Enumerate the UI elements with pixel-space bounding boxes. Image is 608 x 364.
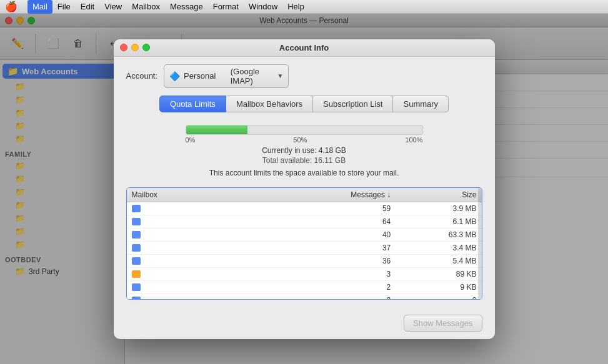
quota-current-in-use: Currently in use: 4.18 GB	[126, 146, 482, 155]
cell-messages: 2	[282, 280, 396, 293]
modal-overlay: Account Info Account: 🔷 Personal (Google…	[0, 14, 608, 364]
col-mailbox: Mailbox	[127, 188, 283, 202]
quota-account-note: This account limits the space available …	[126, 169, 482, 177]
mailbox-table: Mailbox Messages ↓ Size 593.9 MB646.1 MB…	[127, 188, 482, 300]
folder-icon	[132, 205, 141, 212]
show-messages-button[interactable]: Show Messages	[404, 315, 482, 332]
table-row[interactable]: 646.1 MB	[127, 215, 482, 228]
tab-summary[interactable]: Summary	[393, 96, 449, 112]
modal-body: 0% 50% 100% Currently in use: 4.18 GB To…	[114, 120, 495, 310]
folder-icon	[132, 231, 141, 238]
cell-size: 63.3 MB	[396, 228, 481, 241]
table-row[interactable]: 389 KB	[127, 267, 482, 280]
cell-mailbox	[127, 267, 283, 280]
quota-label-50: 50%	[293, 136, 307, 144]
folder-icon	[132, 297, 141, 300]
modal-minimize-button[interactable]	[131, 44, 139, 51]
tab-mailbox-behaviors[interactable]: Mailbox Behaviors	[226, 96, 313, 112]
cell-size: 3.9 MB	[396, 202, 481, 215]
cell-size: 3.4 MB	[396, 241, 481, 254]
folder-icon	[132, 270, 141, 277]
menu-message[interactable]: Message	[165, 0, 208, 14]
tab-quota-limits[interactable]: Quota Limits	[159, 96, 226, 112]
quota-label-100: 100%	[405, 136, 422, 144]
quota-bar-fill	[186, 125, 247, 134]
account-select-chevron: ▼	[277, 72, 283, 79]
cell-mailbox	[127, 254, 283, 267]
cell-size: 6.1 MB	[396, 215, 481, 228]
table-row[interactable]: 29 KB	[127, 280, 482, 293]
quota-progress-container: 0% 50% 100% Currently in use: 4.18 GB To…	[126, 120, 482, 187]
cell-mailbox	[127, 228, 283, 241]
quota-label-0: 0%	[186, 136, 196, 144]
modal-traffic-lights	[120, 44, 150, 51]
cell-size: 5.4 MB	[396, 254, 481, 267]
menu-view[interactable]: View	[99, 0, 127, 14]
table-row[interactable]: 4063.3 MB	[127, 228, 482, 241]
table-row[interactable]: 373.4 MB	[127, 241, 482, 254]
folder-icon	[132, 257, 141, 264]
cell-mailbox	[127, 215, 283, 228]
cell-size: 89 KB	[396, 267, 481, 280]
cell-mailbox	[127, 241, 283, 254]
menu-edit[interactable]: Edit	[76, 0, 99, 14]
table-scrollbar[interactable]	[478, 188, 482, 299]
account-type: (Google IMAP)	[231, 67, 274, 86]
table-row[interactable]: 593.9 MB	[127, 202, 482, 215]
folder-icon	[132, 283, 141, 290]
cell-messages: 64	[282, 215, 396, 228]
modal-title: Account Info	[279, 43, 329, 52]
modal-tabs: Quota Limits Mailbox Behaviors Subscript…	[114, 96, 495, 120]
cell-messages: 59	[282, 202, 396, 215]
menu-mail[interactable]: Mail	[27, 0, 52, 14]
menu-format[interactable]: Format	[208, 0, 244, 14]
menu-file[interactable]: File	[52, 0, 76, 14]
mailbox-table-wrapper: Mailbox Messages ↓ Size 593.9 MB646.1 MB…	[126, 187, 482, 300]
table-header-row: Mailbox Messages ↓ Size	[127, 188, 482, 202]
menu-mailbox[interactable]: Mailbox	[127, 0, 165, 14]
table-row[interactable]: 365.4 MB	[127, 254, 482, 267]
main-window: Web Accounts — Personal ✏️ ⬜ 🗑 ↩ ↩↩ → ⚑ …	[0, 14, 608, 364]
table-row[interactable]: 00	[127, 293, 482, 300]
cell-mailbox	[127, 280, 283, 293]
folder-icon	[132, 244, 141, 251]
folder-icon	[132, 218, 141, 225]
cell-messages: 0	[282, 293, 396, 300]
apple-menu[interactable]: 🍎	[5, 1, 17, 12]
cell-messages: 37	[282, 241, 396, 254]
quota-bar-labels: 0% 50% 100%	[186, 136, 423, 144]
account-imap-icon: 🔷	[169, 71, 180, 81]
account-name: Personal	[184, 71, 227, 81]
menu-bar: 🍎 Mail File Edit View Mailbox Message Fo…	[0, 0, 608, 14]
cell-mailbox	[127, 202, 283, 215]
col-messages: Messages ↓	[282, 188, 396, 202]
modal-title-bar: Account Info	[114, 39, 495, 57]
tab-subscription-list[interactable]: Subscription List	[313, 96, 393, 112]
account-selector[interactable]: 🔷 Personal (Google IMAP) ▼	[164, 64, 289, 88]
cell-messages: 36	[282, 254, 396, 267]
quota-total-available: Total available: 16.11 GB	[126, 156, 482, 165]
modal-footer: Show Messages	[114, 310, 495, 339]
menu-help[interactable]: Help	[282, 0, 309, 14]
cell-mailbox	[127, 293, 283, 300]
cell-size: 9 KB	[396, 280, 481, 293]
modal-zoom-button[interactable]	[142, 44, 150, 51]
cell-messages: 3	[282, 267, 396, 280]
quota-bar-wrapper	[186, 125, 423, 135]
cell-messages: 40	[282, 228, 396, 241]
cell-size: 0	[396, 293, 481, 300]
account-label: Account:	[126, 71, 158, 81]
menu-window[interactable]: Window	[244, 0, 282, 14]
account-selector-row: Account: 🔷 Personal (Google IMAP) ▼	[114, 57, 495, 96]
modal-close-button[interactable]	[120, 44, 127, 51]
account-info-modal: Account Info Account: 🔷 Personal (Google…	[114, 39, 495, 339]
col-size: Size	[396, 188, 481, 202]
